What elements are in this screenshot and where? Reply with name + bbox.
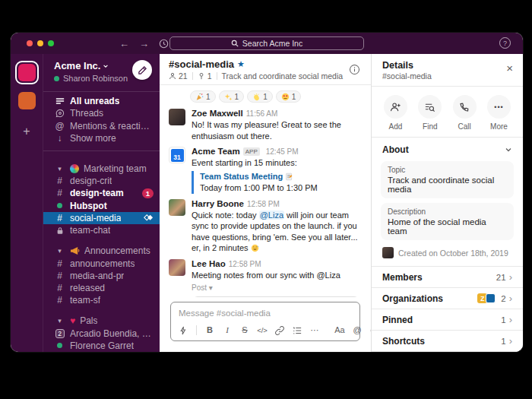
post-type-dropdown[interactable]: Post ▾ — [192, 283, 340, 294]
back-button[interactable]: ← — [119, 39, 129, 49]
star-button[interactable]: ★ — [237, 59, 245, 69]
username[interactable]: Lee Hao — [192, 259, 226, 268]
current-user[interactable]: Sharon Robinson — [54, 74, 128, 83]
details-panel: Details #social-media × Add Find Call — [371, 54, 523, 352]
post-file-card[interactable]: 1/9 Meeting Notes Last edited just now — [192, 296, 360, 298]
unread-badge: 1 — [142, 188, 154, 198]
bold-button[interactable]: B — [205, 326, 214, 334]
avatar[interactable] — [169, 259, 185, 276]
section-pals[interactable]: ▾ ♥ Pals — [43, 315, 160, 327]
workspace-menu[interactable]: Acme Inc. — [54, 60, 128, 71]
description-box[interactable]: Description Home of the social media tea… — [381, 203, 514, 240]
history-button[interactable] — [159, 39, 169, 49]
pinned-row[interactable]: Pinned 1› — [372, 309, 523, 331]
ordered-list-button[interactable] — [293, 326, 302, 335]
username[interactable]: Acme Team — [192, 147, 240, 156]
section-announcements[interactable]: ▾ Announcements — [43, 245, 160, 257]
sidebar-item-show-more[interactable]: ↓ Show more — [43, 132, 160, 144]
italic-button[interactable]: I — [223, 326, 232, 334]
calendar-avatar[interactable]: 31 — [169, 147, 185, 163]
shortcuts-button[interactable] — [179, 326, 188, 335]
members-count[interactable]: 21 — [169, 71, 188, 81]
close-window-button[interactable] — [27, 40, 33, 46]
members-row[interactable]: Members 21› — [372, 267, 523, 288]
reaction-pill-sparkles[interactable]: 1 — [219, 90, 245, 103]
sidebar-item-mentions[interactable]: @ Mentions & reactions — [43, 119, 160, 131]
sidebar-channel-team-sf[interactable]: # team-sf — [43, 294, 160, 306]
more-formatting-button[interactable]: ⋯ — [310, 326, 319, 334]
text-format-button[interactable]: Aa — [335, 326, 344, 334]
mention-liza[interactable]: @Liza — [259, 211, 284, 220]
sidebar-channel-media-and-pr[interactable]: # media-and-pr — [43, 270, 160, 282]
find-button[interactable]: Find — [418, 95, 442, 131]
sidebar-dm-group[interactable]: 2 Arcadio Buendia, Leland Ygle… — [43, 328, 160, 340]
event-time: Today from 1:00 PM to 1:30 PM — [200, 182, 318, 194]
shortcuts-row[interactable]: Shortcuts 1› — [372, 331, 523, 352]
workspace-switcher-acme[interactable] — [15, 61, 39, 84]
add-people-button[interactable]: Add — [384, 95, 407, 131]
forward-button[interactable]: → — [139, 39, 149, 49]
details-actions: Add Find Call ••• More — [372, 87, 523, 138]
about-header[interactable]: About — [381, 144, 514, 155]
composer: B I S </> ⋯ Aa @ — [170, 302, 360, 341]
topic-box[interactable]: Topic Track and coordinate social media — [381, 161, 514, 198]
minimize-window-button[interactable] — [37, 40, 43, 46]
username[interactable]: Harry Boone — [192, 199, 244, 208]
username[interactable]: Zoe Maxwell — [192, 109, 243, 118]
add-workspace-button[interactable]: + — [23, 125, 30, 138]
sidebar-channel-announcements[interactable]: # announcements — [43, 257, 160, 269]
sidebar-channel-design-team[interactable]: # design-team 1 — [43, 187, 160, 199]
search-icon — [231, 40, 239, 47]
compose-button[interactable] — [132, 60, 152, 80]
sidebar-channel-design-crit[interactable]: # design-crit — [43, 175, 160, 187]
group-dm-count-badge: 2 — [55, 329, 65, 338]
slack-window: ← → Search Acme Inc ? + Acme Inc. — [11, 33, 523, 352]
sidebar-channel-social-media[interactable]: # social-media — [43, 212, 160, 224]
help-button[interactable]: ? — [499, 37, 511, 49]
event-title-link[interactable]: Team Status Meeting — [200, 171, 283, 182]
section-collapse-icon: ▾ — [54, 317, 65, 325]
channel-topic[interactable]: Track and coordinate social media — [222, 71, 344, 81]
pinned-count[interactable]: 1 — [198, 71, 212, 81]
mention-button[interactable]: @ — [353, 326, 362, 334]
phone-icon — [459, 102, 470, 112]
organization-icons: Z — [477, 293, 496, 303]
timestamp: 12:58 PM — [247, 200, 280, 208]
chevron-down-icon — [505, 146, 512, 154]
sidebar-item-all-unreads[interactable]: All unreads — [43, 95, 160, 107]
avatar[interactable] — [169, 199, 185, 216]
message-row: Harry Boone12:58 PM Quick note: today @L… — [169, 199, 362, 254]
sidebar-item-threads[interactable]: Threads — [43, 107, 160, 119]
zoom-window-button[interactable] — [48, 40, 54, 46]
reaction-pill-heart-eyes[interactable]: 1 — [276, 90, 302, 103]
calendar-event-attachment: Team Status Meeting Today from 1:00 PM t… — [192, 171, 318, 194]
link-button[interactable] — [275, 326, 284, 335]
organizations-row[interactable]: Organizations Z 2› — [372, 288, 523, 309]
mentions-icon: @ — [54, 121, 65, 131]
channel-info-button[interactable] — [349, 64, 360, 75]
section-marketing-team[interactable]: ▾ Marketing team — [43, 163, 160, 175]
ordered-list-icon — [293, 326, 302, 335]
more-actions-button[interactable]: ••• More — [487, 95, 511, 131]
reaction-pill-clap[interactable]: 1 — [247, 90, 273, 103]
sidebar-dm-florence[interactable]: Florence Garret — [43, 340, 160, 352]
sidebar-channel-team-chat[interactable]: team-chat — [43, 224, 160, 236]
chevron-right-icon: › — [509, 271, 512, 283]
clock-icon — [159, 39, 169, 49]
workspace-rail: + — [11, 54, 43, 352]
reaction-pill-tada[interactable]: 1 — [190, 90, 216, 103]
sidebar-channel-hubspot[interactable]: Hubspot — [43, 200, 160, 212]
message-input[interactable] — [171, 302, 359, 322]
call-button[interactable]: Call — [453, 95, 477, 131]
code-button[interactable]: </> — [258, 327, 267, 334]
strikethrough-button[interactable]: S — [240, 326, 249, 334]
avatar[interactable] — [169, 109, 185, 125]
workspace-switcher-2[interactable] — [15, 89, 39, 112]
search-input[interactable]: Search Acme Inc — [169, 36, 364, 50]
close-details-button[interactable]: × — [506, 62, 513, 74]
sidebar-channel-released[interactable]: # released — [43, 282, 160, 294]
chevron-down-icon — [103, 63, 109, 69]
details-title: Details — [382, 60, 512, 71]
hash-icon: # — [54, 213, 65, 223]
timestamp: 12:58 PM — [229, 260, 261, 268]
